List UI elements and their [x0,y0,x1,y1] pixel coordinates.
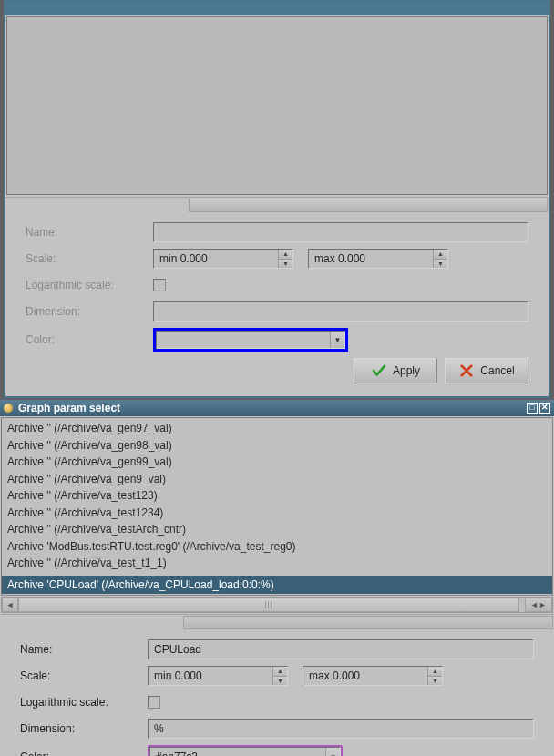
dialog-bottom: Graph param select □ ✕ Archive '' (/Arch… [0,400,554,756]
spin-down-icon[interactable]: ▼ [434,260,447,269]
dimension-input[interactable] [148,719,534,739]
dialog-top: Name: Scale: min 0.000 ▲ ▼ max 0.000 ▲ ▼ [4,0,550,398]
dimension-label: Dimension: [26,305,153,318]
scroll-thumb[interactable] [18,598,519,612]
color-combo[interactable]: #ae77c3 ▼ [148,745,343,756]
name-label: Name: [20,643,148,656]
log-scale-label: Logarithmic scale: [20,696,148,709]
scale-max-spinner[interactable]: max 0.000 ▲ ▼ [308,249,448,269]
spin-down-icon[interactable]: ▼ [273,677,287,686]
check-icon [371,363,387,379]
status-groove [189,199,548,212]
status-groove [183,616,553,629]
list-selected-item[interactable]: Archive 'CPULoad' (/Archive/va_CPULoad_l… [2,576,552,594]
scroll-left-icon[interactable]: ◄ [2,598,18,612]
name-label: Name: [26,226,153,239]
list-item[interactable]: Archive '' (/Archive/va_test_t1_1) [7,555,547,572]
color-label: Color: [26,333,153,346]
list-item[interactable]: Archive '' (/Archive/va_gen9_val) [7,471,547,488]
spin-down-icon[interactable]: ▼ [428,677,442,686]
list-item[interactable]: Archive 'ModBus.testRTU.test.reg0' (/Arc… [7,538,547,556]
list-item[interactable]: Archive '' (/Archive/va_testArch_cntr) [7,521,547,538]
list-item[interactable]: Archive '' (/Archive/va_gen97_val) [7,420,547,437]
cancel-button[interactable]: Cancel [445,358,528,383]
color-combo[interactable]: ▼ [153,328,348,352]
chevron-down-icon[interactable]: ▼ [330,332,344,348]
dimension-input[interactable] [153,301,528,322]
scale-min-value: min 0.000 [154,250,278,268]
name-input[interactable] [148,639,534,659]
scale-max-value: max 0.000 [303,667,427,685]
scroll-right-icon[interactable]: ◄► [525,598,552,612]
window-title: Graph param select [18,402,525,414]
name-input[interactable] [153,222,528,242]
status-bar-top [5,197,549,213]
scale-max-value: max 0.000 [309,250,433,268]
color-label: Color: [20,751,148,756]
title-bar-bottom[interactable]: Graph param select □ ✕ [0,400,554,416]
list-item[interactable]: Archive '' (/Archive/va_test1234) [7,505,547,522]
apply-label: Apply [393,364,420,377]
spin-down-icon[interactable]: ▼ [279,260,292,269]
app-icon [4,404,13,413]
h-scrollbar[interactable]: ◄ ◄► [1,597,553,613]
close-window-icon[interactable]: ✕ [539,403,550,414]
spin-up-icon[interactable]: ▲ [434,250,447,260]
scale-max-spinner[interactable]: max 0.000 ▲ ▼ [303,666,443,686]
spin-up-icon[interactable]: ▲ [279,250,292,260]
scale-min-spinner[interactable]: min 0.000 ▲ ▼ [148,666,288,686]
apply-button[interactable]: Apply [354,358,437,383]
color-value: #ae77c3 [150,748,325,756]
cancel-label: Cancel [480,364,514,377]
status-bar-bottom [0,614,554,630]
log-scale-checkbox[interactable] [153,279,166,291]
list-item[interactable]: Archive '' (/Archive/va_gen98_val) [7,437,547,455]
spin-up-icon[interactable]: ▲ [428,667,442,677]
log-scale-checkbox[interactable] [148,696,160,709]
scale-label: Scale: [20,669,148,682]
scale-min-value: min 0.000 [149,667,272,685]
color-value [157,332,330,348]
log-scale-label: Logarithmic scale: [26,279,153,291]
maximize-icon[interactable]: □ [527,403,538,414]
list-item[interactable]: Archive '' (/Archive/va_test123) [7,487,547,505]
title-bar-top[interactable] [5,2,549,15]
spin-up-icon[interactable]: ▲ [273,667,287,677]
scale-min-spinner[interactable]: min 0.000 ▲ ▼ [153,249,293,269]
param-list[interactable]: Archive '' (/Archive/va_gen97_val)Archiv… [1,417,553,596]
list-item[interactable]: Archive '' (/Archive/va_gen99_val) [7,454,547,471]
scale-label: Scale: [26,252,153,265]
chevron-down-icon[interactable]: ▼ [325,748,340,756]
dimension-label: Dimension: [20,722,148,735]
param-list-empty[interactable] [6,16,548,195]
close-icon [458,363,475,379]
